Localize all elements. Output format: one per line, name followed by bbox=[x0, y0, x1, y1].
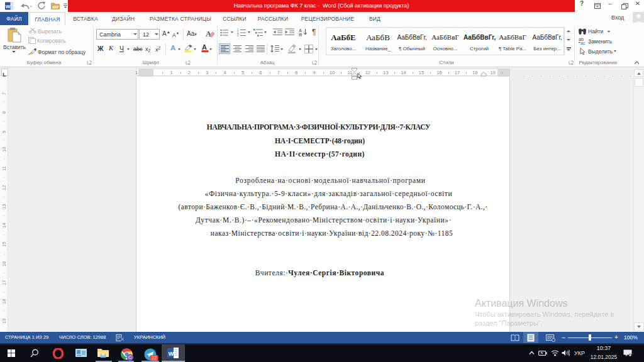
svg-text:А: А bbox=[299, 28, 302, 33]
svg-text:А: А bbox=[202, 43, 207, 51]
svg-text:W: W bbox=[6, 4, 11, 9]
svg-text:22: 22 bbox=[152, 356, 157, 360]
svg-text:ac: ac bbox=[580, 41, 586, 45]
svg-text:W: W bbox=[169, 351, 174, 357]
svg-text:C: C bbox=[128, 354, 132, 360]
svg-text:3: 3 bbox=[237, 34, 239, 36]
svg-text:Я: Я bbox=[299, 33, 302, 36]
